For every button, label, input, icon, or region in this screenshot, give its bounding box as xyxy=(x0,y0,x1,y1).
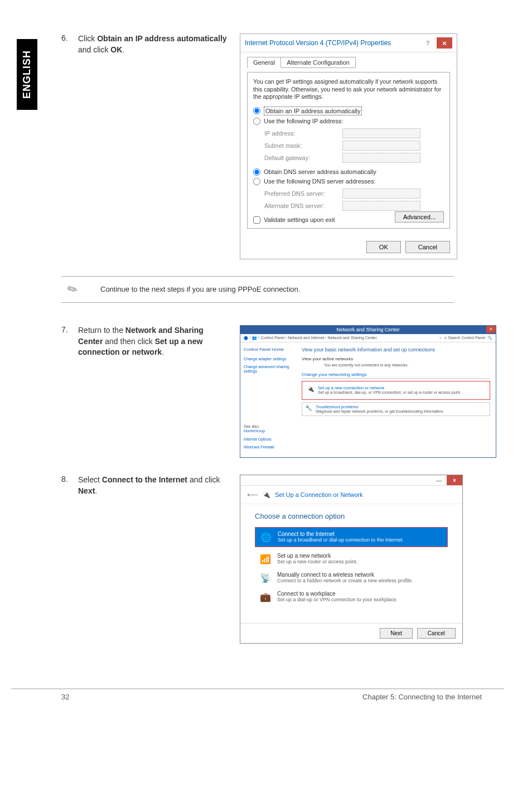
step-8-number: 8. xyxy=(61,475,78,484)
windows-firewall-link[interactable]: Windows Firewall xyxy=(244,445,293,450)
cancel-button[interactable]: Cancel xyxy=(405,241,450,253)
close-button[interactable]: × xyxy=(437,37,452,49)
nsc-window-title: Network and Sharing Center xyxy=(336,327,400,332)
internet-options-link[interactable]: Internet Options xyxy=(244,437,293,442)
search-control-panel[interactable]: v ⊘ Search Control Panel 🔍 xyxy=(439,336,492,340)
option-connect-to-internet[interactable]: 🌐 Connect to the Internet Set up a broad… xyxy=(255,528,447,547)
wizard-minimize-button[interactable]: — xyxy=(431,475,447,485)
default-gateway-input: ... xyxy=(342,153,420,163)
wizard-cancel-button[interactable]: Cancel xyxy=(417,628,456,639)
change-networking-settings-heading: Change your networking settings xyxy=(302,372,490,379)
english-side-tab: ENGLISH xyxy=(17,39,37,110)
wizard-close-button[interactable]: × xyxy=(447,475,462,485)
tab-alternate-configuration[interactable]: Alternate Configuration xyxy=(280,57,356,68)
option-setup-new-network[interactable]: 📶 Set up a new network Set up a new rout… xyxy=(255,549,448,568)
step-6-number: 6. xyxy=(61,33,78,42)
radio-use-following-dns[interactable] xyxy=(253,178,260,185)
wizard-header-title: Set Up a Connection or Network xyxy=(275,491,363,498)
validate-settings-checkbox[interactable] xyxy=(253,216,260,224)
tab-general[interactable]: General xyxy=(247,57,281,68)
step-7-text: Return to the Network and Sharing Center… xyxy=(78,325,240,358)
validate-settings-label: Validate settings upon exit xyxy=(264,216,335,223)
wizard-header-icon: 🔌 xyxy=(263,491,270,499)
pencil-icon: ✎ xyxy=(59,278,86,302)
subnet-mask-label: Subnet mask: xyxy=(264,142,342,149)
ipv4-properties-dialog: Internet Protocol Version 4 (TCP/IPv4) P… xyxy=(240,33,457,259)
dialog-title: Internet Protocol Version 4 (TCP/IPv4) P… xyxy=(245,39,419,47)
alternate-dns-label: Alternate DNS server: xyxy=(264,202,342,209)
next-button[interactable]: Next xyxy=(380,628,413,639)
preferred-dns-label: Preferred DNS server: xyxy=(264,190,342,197)
ip-address-input: ... xyxy=(342,128,420,138)
radio-obtain-dns-auto[interactable] xyxy=(253,168,260,176)
chapter-title: Chapter 5: Connecting to the Internet xyxy=(362,693,482,701)
view-active-networks-label: View your active networks xyxy=(302,356,490,362)
breadcrumb[interactable]: ⬤ ↑ 👥 › Control Panel › Network and Inte… xyxy=(244,336,377,340)
ok-button[interactable]: OK xyxy=(366,241,401,253)
wireless-icon: 📡 xyxy=(259,572,272,584)
radio-use-following-ip-label: Use the following IP address: xyxy=(264,118,343,124)
nsc-close-button[interactable]: × xyxy=(486,326,496,333)
subnet-mask-input: ... xyxy=(342,141,420,151)
step-7-number: 7. xyxy=(61,325,78,334)
connection-icon: 🔌 xyxy=(307,385,315,393)
globe-icon: 🌐 xyxy=(260,531,272,543)
troubleshoot-icon: 🔧 xyxy=(304,404,312,412)
choose-connection-heading: Choose a connection option xyxy=(255,512,448,520)
note-text: Continue to the next steps if you are us… xyxy=(100,285,300,293)
change-advanced-sharing-link[interactable]: Change advanced sharing settings xyxy=(244,365,293,374)
radio-obtain-dns-auto-label: Obtain DNS server address automatically xyxy=(264,168,376,175)
troubleshoot-problems-item[interactable]: 🔧 Troubleshoot problems Diagnose and rep… xyxy=(302,402,490,416)
briefcase-icon: 💼 xyxy=(259,591,272,603)
setup-new-connection-item[interactable]: 🔌 Set up a new connection or network Set… xyxy=(304,384,487,397)
step-8-text: Select Connect to the Internet and click… xyxy=(78,475,240,496)
radio-use-following-ip[interactable] xyxy=(253,118,260,125)
see-also-label: See also xyxy=(244,424,293,429)
homegroup-link[interactable]: HomeGroup xyxy=(244,429,293,433)
default-gateway-label: Default gateway: xyxy=(264,154,342,161)
page-number: 32 xyxy=(61,693,69,701)
control-panel-home-link[interactable]: Control Panel Home xyxy=(244,347,293,352)
advanced-button[interactable]: Advanced... xyxy=(395,211,444,223)
radio-obtain-ip-auto[interactable] xyxy=(253,107,260,114)
back-icon[interactable]: ⟵ xyxy=(247,490,258,499)
info-text: You can get IP settings assigned automat… xyxy=(253,78,444,101)
nsc-heading: View your basic network information and … xyxy=(302,347,490,353)
change-adapter-settings-link[interactable]: Change adapter settings xyxy=(244,357,293,361)
radio-obtain-ip-auto-label: Obtain an IP address automatically xyxy=(264,107,362,115)
router-icon: 📶 xyxy=(259,553,272,565)
not-connected-text: You are currently not connected to any n… xyxy=(324,363,490,368)
option-manual-wireless[interactable]: 📡 Manually connect to a wireless network… xyxy=(255,568,448,587)
ip-address-label: IP address: xyxy=(264,130,342,137)
network-sharing-center-window: Network and Sharing Center × ⬤ ↑ 👥 › Con… xyxy=(240,325,496,458)
alternate-dns-input: ... xyxy=(342,201,420,211)
help-button[interactable]: ? xyxy=(420,37,436,49)
set-up-connection-wizard: — × ⟵ 🔌 Set Up a Connection or Network C… xyxy=(240,475,463,644)
option-connect-workplace[interactable]: 💼 Connect to a workplace Set up a dial-u… xyxy=(255,587,448,606)
preferred-dns-input: ... xyxy=(342,189,420,199)
radio-use-following-dns-label: Use the following DNS server addresses: xyxy=(264,178,376,185)
step-6-text: Click Obtain an IP address automatically… xyxy=(78,33,240,55)
